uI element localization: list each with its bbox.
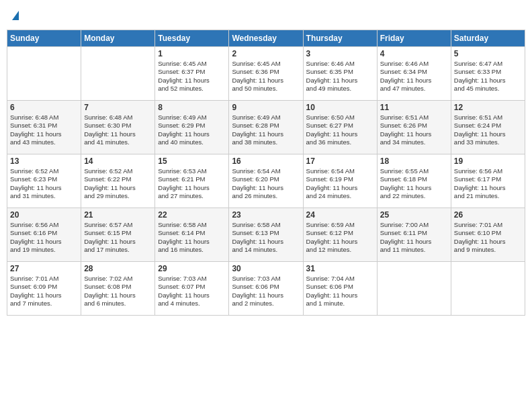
- day-info-line: Sunset: 6:37 PM: [158, 68, 226, 76]
- day-info-line: Sunrise: 6:49 AM: [232, 113, 300, 122]
- day-number: 7: [84, 103, 152, 112]
- day-info-line: Daylight: 11 hours: [10, 130, 78, 138]
- day-info-line: Sunrise: 6:56 AM: [454, 167, 522, 175]
- calendar-cell: [7, 47, 81, 101]
- calendar-cell: 18Sunrise: 6:55 AMSunset: 6:18 PMDayligh…: [377, 154, 451, 208]
- day-number: 13: [10, 156, 78, 166]
- day-number: 11: [380, 103, 448, 112]
- calendar-cell: 8Sunrise: 6:49 AMSunset: 6:29 PMDaylight…: [155, 101, 229, 154]
- day-info-line: Sunset: 6:29 PM: [158, 122, 226, 130]
- day-info-line: and 52 minutes.: [158, 85, 226, 93]
- calendar-week-row: 6Sunrise: 6:48 AMSunset: 6:31 PMDaylight…: [7, 101, 525, 154]
- calendar-cell: 17Sunrise: 6:54 AMSunset: 6:19 PMDayligh…: [303, 154, 377, 208]
- day-info-line: and 12 minutes.: [306, 246, 374, 254]
- calendar-table: SundayMondayTuesdayWednesdayThursdayFrid…: [7, 30, 525, 316]
- day-info-line: Sunset: 6:26 PM: [380, 122, 448, 130]
- day-info-line: and 49 minutes.: [306, 85, 374, 93]
- day-info-line: Daylight: 11 hours: [232, 184, 300, 192]
- day-info-line: Sunrise: 6:52 AM: [10, 167, 78, 175]
- day-info-line: Sunset: 6:28 PM: [232, 122, 300, 130]
- day-number: 14: [84, 156, 152, 166]
- day-info-line: Sunrise: 6:58 AM: [232, 221, 300, 229]
- day-info-line: Sunset: 6:15 PM: [84, 229, 152, 237]
- day-info-line: and 2 minutes.: [232, 300, 300, 308]
- day-info-line: Daylight: 11 hours: [84, 130, 152, 138]
- day-number: 19: [454, 156, 522, 166]
- day-info-line: and 26 minutes.: [232, 192, 300, 200]
- calendar-cell: 9Sunrise: 6:49 AMSunset: 6:28 PMDaylight…: [229, 101, 303, 154]
- day-info-line: Sunset: 6:09 PM: [10, 283, 78, 291]
- logo: [7, 7, 23, 24]
- day-info-line: Sunrise: 6:48 AM: [84, 113, 152, 122]
- day-info-line: Sunrise: 6:53 AM: [158, 167, 226, 175]
- calendar-cell: 10Sunrise: 6:50 AMSunset: 6:27 PMDayligh…: [303, 101, 377, 154]
- day-info-line: Sunset: 6:18 PM: [380, 175, 448, 183]
- calendar-cell: 16Sunrise: 6:54 AMSunset: 6:20 PMDayligh…: [229, 154, 303, 208]
- weekday-header-friday: Friday: [377, 30, 451, 47]
- day-info-line: Daylight: 11 hours: [232, 130, 300, 138]
- day-info-line: Sunset: 6:34 PM: [380, 68, 448, 76]
- day-info-line: Sunrise: 6:54 AM: [306, 167, 374, 175]
- calendar-cell: 29Sunrise: 7:03 AMSunset: 6:07 PMDayligh…: [155, 262, 229, 316]
- day-info-line: Daylight: 11 hours: [380, 238, 448, 246]
- day-info-line: and 45 minutes.: [454, 85, 522, 93]
- weekday-header-sunday: Sunday: [7, 30, 81, 47]
- day-number: 10: [306, 103, 374, 112]
- day-info-line: Sunset: 6:33 PM: [454, 68, 522, 76]
- calendar-cell: 27Sunrise: 7:01 AMSunset: 6:09 PMDayligh…: [7, 262, 81, 316]
- calendar-cell: 15Sunrise: 6:53 AMSunset: 6:21 PMDayligh…: [155, 154, 229, 208]
- day-info-line: Daylight: 11 hours: [454, 184, 522, 192]
- day-info-line: Sunrise: 7:04 AM: [306, 275, 374, 283]
- day-number: 5: [454, 49, 522, 58]
- day-number: 3: [306, 49, 374, 58]
- day-number: 21: [84, 210, 152, 220]
- day-info-line: Sunrise: 6:58 AM: [158, 221, 226, 229]
- calendar-cell: 23Sunrise: 6:58 AMSunset: 6:13 PMDayligh…: [229, 208, 303, 262]
- day-info-line: Daylight: 11 hours: [158, 77, 226, 85]
- day-number: 12: [454, 103, 522, 112]
- weekday-header-monday: Monday: [81, 30, 155, 47]
- day-info-line: Sunrise: 6:45 AM: [232, 60, 300, 68]
- calendar-cell: 31Sunrise: 7:04 AMSunset: 6:06 PMDayligh…: [303, 262, 377, 316]
- day-info-line: and 22 minutes.: [380, 192, 448, 200]
- calendar-cell: [377, 262, 451, 316]
- day-info-line: Sunrise: 6:54 AM: [232, 167, 300, 175]
- day-info-line: Sunrise: 7:03 AM: [232, 275, 300, 283]
- day-info-line: and 17 minutes.: [84, 246, 152, 254]
- calendar-week-row: 1Sunrise: 6:45 AMSunset: 6:37 PMDaylight…: [7, 47, 525, 101]
- day-info-line: and 21 minutes.: [454, 192, 522, 200]
- calendar-cell: [451, 262, 525, 316]
- day-info-line: and 41 minutes.: [84, 138, 152, 146]
- calendar-cell: 20Sunrise: 6:56 AMSunset: 6:16 PMDayligh…: [7, 208, 81, 262]
- calendar-cell: 1Sunrise: 6:45 AMSunset: 6:37 PMDaylight…: [155, 47, 229, 101]
- calendar-cell: 25Sunrise: 7:00 AMSunset: 6:11 PMDayligh…: [377, 208, 451, 262]
- day-number: 28: [84, 264, 152, 273]
- day-info-line: Sunrise: 6:51 AM: [454, 113, 522, 122]
- day-info-line: Sunrise: 6:56 AM: [10, 221, 78, 229]
- calendar-cell: 5Sunrise: 6:47 AMSunset: 6:33 PMDaylight…: [451, 47, 525, 101]
- day-info-line: Daylight: 11 hours: [380, 77, 448, 85]
- day-info-line: Daylight: 11 hours: [306, 184, 374, 192]
- header: [7, 7, 525, 24]
- day-number: 8: [158, 103, 226, 112]
- day-info-line: and 16 minutes.: [158, 246, 226, 254]
- day-info-line: and 6 minutes.: [84, 300, 152, 308]
- day-info-line: Sunset: 6:08 PM: [84, 283, 152, 291]
- day-info-line: Sunset: 6:30 PM: [84, 122, 152, 130]
- calendar-cell: 11Sunrise: 6:51 AMSunset: 6:26 PMDayligh…: [377, 101, 451, 154]
- day-info-line: Daylight: 11 hours: [306, 238, 374, 246]
- day-info-line: Sunset: 6:13 PM: [232, 229, 300, 237]
- weekday-header-saturday: Saturday: [451, 30, 525, 47]
- day-info-line: and 7 minutes.: [10, 300, 78, 308]
- calendar-week-row: 13Sunrise: 6:52 AMSunset: 6:23 PMDayligh…: [7, 154, 525, 208]
- day-info-line: Sunset: 6:20 PM: [232, 175, 300, 183]
- day-info-line: Daylight: 11 hours: [158, 291, 226, 300]
- weekday-header-row: SundayMondayTuesdayWednesdayThursdayFrid…: [7, 30, 525, 47]
- day-info-line: and 11 minutes.: [380, 246, 448, 254]
- day-info-line: Sunset: 6:27 PM: [306, 122, 374, 130]
- day-info-line: Sunset: 6:17 PM: [454, 175, 522, 183]
- calendar-cell: 22Sunrise: 6:58 AMSunset: 6:14 PMDayligh…: [155, 208, 229, 262]
- day-info-line: Daylight: 11 hours: [10, 291, 78, 300]
- day-info-line: and 34 minutes.: [380, 138, 448, 146]
- day-number: 22: [158, 210, 226, 220]
